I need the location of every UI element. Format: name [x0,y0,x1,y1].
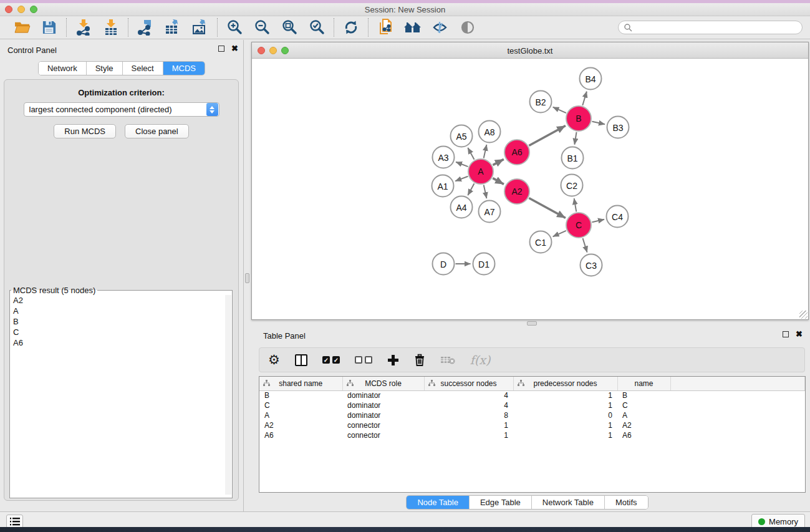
show-hide-panels-button[interactable] [458,18,477,37]
home-icon [403,21,422,34]
tab-network[interactable]: Network [39,62,87,75]
table-cell: C [617,400,670,410]
refresh-layout-button[interactable] [342,18,360,37]
search-box[interactable] [618,21,803,34]
tab-node-table[interactable]: Node Table [407,496,470,509]
graph-node-A8[interactable]: A8 [478,120,501,143]
home-button[interactable] [403,18,422,37]
show-graphics-details-button[interactable] [431,18,450,37]
col-predecessor-nodes[interactable]: predecessor nodes [513,377,617,390]
graph-node-B1[interactable]: B1 [561,147,584,170]
search-input[interactable] [632,23,797,32]
mcds-result-item[interactable]: A [10,306,225,316]
search-icon [624,23,632,32]
table-row[interactable]: A6connector11A6 [259,430,805,440]
mcds-result-title: MCDS result (5 nodes) [11,286,97,295]
graph-node-A2[interactable]: A2 [504,178,530,205]
graph-node-C[interactable]: C [566,212,592,238]
graph-node-A7[interactable]: A7 [478,200,501,223]
unchecked-box-icon [355,356,362,364]
table-row[interactable]: Adominator80A [259,410,805,420]
graph-node-B2[interactable]: B2 [529,90,552,114]
mcds-result-item[interactable]: A6 [10,337,225,348]
table-header-row: shared name MCDS role successor nodes pr… [259,377,805,390]
desktop: Session: New Session [0,0,810,532]
save-session-button[interactable] [40,18,59,37]
deselect-all-button[interactable] [355,352,372,368]
delete-table-button[interactable] [440,352,455,368]
table-tabs: Node Table Edge Table Network Table Moti… [406,495,648,510]
zoom-selected-button[interactable] [307,18,326,37]
table-cell-filler [670,410,805,420]
tab-motifs[interactable]: Motifs [605,496,648,509]
graph-node-A3[interactable]: A3 [432,146,455,169]
graph-node-A1[interactable]: A1 [432,175,455,198]
table-row[interactable]: A2connector11A2 [259,420,805,430]
graph-node-B3[interactable]: B3 [607,116,630,139]
open-session-button[interactable] [12,18,31,37]
vertical-splitter-grip[interactable] [245,273,249,283]
graph-node-D1[interactable]: D1 [473,253,496,276]
zoom-in-button[interactable] [225,18,244,37]
import-network-button[interactable] [74,18,93,37]
graph-node-D[interactable]: D [432,253,455,276]
graph-node-C3[interactable]: C3 [580,254,603,277]
show-column-panel-button[interactable] [295,352,307,368]
col-mcds-role[interactable]: MCDS role [342,377,424,390]
delete-column-button[interactable] [414,352,425,368]
network-canvas[interactable]: B4B2BB3A8A5A6A3B1AA1C2A2A4A7C4CC1DD1C3 [252,59,808,319]
tab-edge-table[interactable]: Edge Table [470,496,532,509]
table-row[interactable]: Cdominator41C [259,400,805,410]
graph-node-A4[interactable]: A4 [450,196,473,219]
add-column-button[interactable] [387,352,399,368]
clone-network-button[interactable] [376,18,395,37]
run-mcds-button[interactable]: Run MCDS [54,124,116,138]
col-name[interactable]: name [617,377,670,390]
fx-icon: f(x) [470,353,491,367]
tab-network-table[interactable]: Network Table [532,496,605,509]
horizontal-splitter-grip[interactable] [527,321,537,326]
close-table-panel-icon[interactable]: ✖ [796,331,803,337]
column-type-icon [518,380,524,389]
graph-node-C1[interactable]: C1 [529,231,552,254]
tab-style[interactable]: Style [87,62,123,75]
export-table-icon [165,19,181,36]
close-panel-button[interactable]: Close panel [125,124,189,138]
table-row[interactable]: Bdominator41B [259,390,805,400]
col-successor-nodes[interactable]: successor nodes [424,377,513,390]
table-cell: A2 [617,420,670,430]
mcds-result-item[interactable]: B [10,316,225,327]
window-resize-grip[interactable] [799,311,808,319]
float-table-panel-icon[interactable] [783,331,789,337]
tab-select[interactable]: Select [123,62,163,75]
export-network-button[interactable] [136,18,155,37]
close-panel-icon[interactable]: ✖ [231,46,238,52]
zoom-out-button[interactable] [253,18,271,37]
col-shared-name[interactable]: shared name [259,377,342,390]
zoom-in-icon [226,19,243,36]
export-image-button[interactable] [191,18,210,37]
graph-node-A[interactable]: A [468,158,494,185]
select-all-button[interactable]: ✓ ✓ [322,352,340,368]
graph-node-A5[interactable]: A5 [450,125,473,148]
table-settings-button[interactable]: ⚙ [268,352,280,368]
mcds-result-item[interactable]: C [10,327,225,337]
optimization-criterion-select[interactable]: largest connected component (directed) [24,102,219,117]
tab-mcds[interactable]: MCDS [163,62,205,75]
table-cell-filler [670,390,805,400]
import-table-button[interactable] [102,18,120,37]
export-table-button[interactable] [163,18,182,37]
graph-node-C4[interactable]: C4 [606,205,629,228]
graph-node-B4[interactable]: B4 [579,67,602,90]
float-panel-icon[interactable] [218,46,224,52]
function-builder-button[interactable]: f(x) [470,352,491,368]
mcds-result-item[interactable]: A2 [10,295,225,306]
graph-node-B[interactable]: B [566,105,592,132]
checked-box-icon: ✓ [332,356,340,364]
graph-node-A6[interactable]: A6 [504,139,530,165]
graph-node-C2[interactable]: C2 [561,174,584,197]
zoom-fit-button[interactable] [280,18,299,37]
task-history-button[interactable] [6,515,23,528]
result-scrollbar[interactable] [225,295,231,495]
table-cell: dominator [342,390,424,400]
